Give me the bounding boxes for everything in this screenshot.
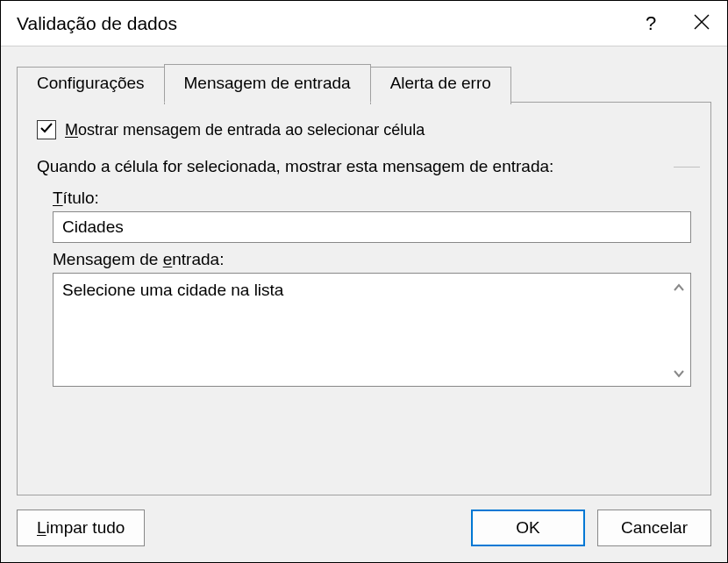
dialog-title: Validação de dados [17,13,625,34]
chevron-down-icon [673,364,685,382]
title-label: Título: [53,189,691,208]
checkmark-icon [39,121,54,139]
tab-settings[interactable]: Configurações [17,67,165,104]
help-button[interactable]: ? [625,1,676,46]
message-field-group: Mensagem de entrada: Selecione uma cidad… [53,250,691,387]
show-message-checkbox[interactable] [37,120,56,139]
message-textarea-wrap: Selecione uma cidade na lista [53,273,691,387]
tab-input-message[interactable]: Mensagem de entrada [164,64,371,103]
title-input[interactable] [53,211,691,243]
chevron-up-icon [673,278,685,296]
fieldset-description: Quando a célula for selecionada, mostrar… [37,157,691,176]
title-field-group: Título: [53,189,691,243]
scroll-up-button[interactable] [669,277,689,296]
titlebar: Validação de dados ? [1,1,727,46]
tab-panel-input-message: Mostrar mensagem de entrada ao seleciona… [17,102,711,495]
message-label: Mensagem de entrada: [53,250,691,269]
dialog-content: Configurações Mensagem de entrada Alerta… [1,46,727,495]
tab-error-alert[interactable]: Alerta de erro [370,67,511,104]
textarea-scrollbar [667,274,690,386]
message-textarea[interactable]: Selecione uma cidade na lista [54,274,667,386]
dialog-button-row: Limpar tudo OK Cancelar [1,495,727,562]
button-spacer [157,510,459,546]
help-icon: ? [646,12,656,35]
ok-button[interactable]: OK [471,510,585,546]
clear-all-button[interactable]: Limpar tudo [17,510,145,546]
show-message-checkbox-row: Mostrar mensagem de entrada ao seleciona… [37,120,691,139]
close-icon [694,12,710,35]
close-button[interactable] [676,1,727,46]
tab-strip: Configurações Mensagem de entrada Alerta… [17,64,711,102]
scroll-down-button[interactable] [669,363,689,382]
show-message-label: Mostrar mensagem de entrada ao seleciona… [65,121,425,139]
cancel-button[interactable]: Cancelar [597,510,711,546]
data-validation-dialog: Validação de dados ? Configurações Mensa… [0,0,728,563]
